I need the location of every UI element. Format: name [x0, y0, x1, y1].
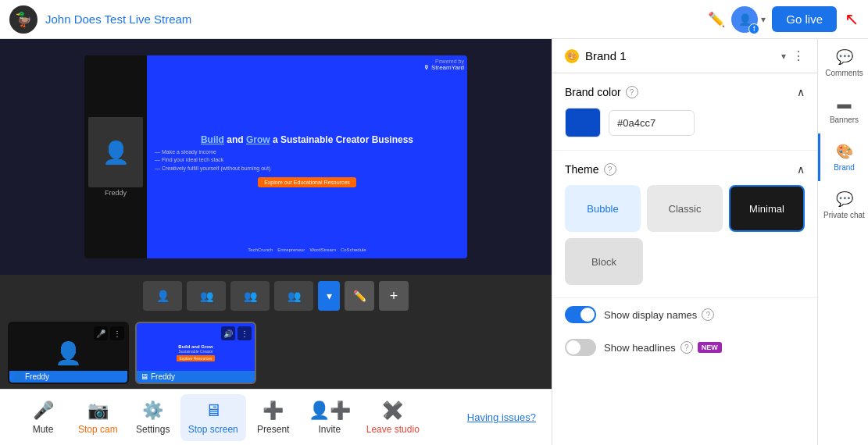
cam-thumbnail-label: 👤 Freddy — [9, 371, 127, 383]
slide-logos: TechCrunchEntrepreneurWordStreamCoSchedu… — [248, 247, 366, 252]
theme-minimal-button[interactable]: Minimal — [729, 185, 805, 232]
mute-label: Mute — [33, 424, 54, 435]
color-hex-input[interactable] — [609, 110, 695, 136]
preview-slide: Powered by 🎙StreamYard Build and Grow a … — [147, 55, 467, 258]
mute-button[interactable]: 🎤 Mute — [16, 394, 70, 441]
present-button[interactable]: ➕ Present — [246, 394, 301, 441]
settings-icon: ⚙️ — [142, 400, 163, 421]
show-display-names-label: Show display names ? — [604, 308, 714, 321]
invite-label: Invite — [318, 424, 341, 435]
help-icon[interactable]: ? — [702, 308, 714, 321]
center-area: 👤 Freddy Powered by 🎙StreamYard Build an… — [0, 39, 552, 445]
svg-text:🦆: 🦆 — [15, 11, 33, 28]
brand-menu-icon[interactable]: ⋮ — [792, 48, 805, 63]
show-headlines-label: Show headlines ? NEW — [604, 341, 722, 354]
theme-section: Theme ? ∧ Bubble Classic Minimal Block — [552, 151, 817, 298]
having-issues-link[interactable]: Having issues? — [467, 411, 536, 423]
show-headlines-toggle[interactable] — [565, 339, 596, 356]
help-icon[interactable]: ? — [626, 86, 638, 98]
brand-icon: 🎨 — [836, 143, 853, 160]
streamyard-logo: 🎙StreamYard — [423, 64, 464, 71]
header: 🦆 John Does Test Live Stream ✏️ 👤 f ▾ Go… — [0, 0, 868, 39]
go-live-button[interactable]: Go live — [772, 6, 837, 32]
screen-icon: 🖥 — [205, 400, 222, 421]
show-display-names-toggle[interactable] — [565, 306, 596, 323]
tab-comments[interactable]: 💬 Comments — [818, 39, 868, 87]
show-headlines-row: Show headlines ? NEW — [552, 331, 817, 364]
cam-face: 👤 — [88, 117, 143, 187]
chevron-down-icon: ▾ — [761, 14, 766, 25]
avatar: 👤 f — [731, 6, 758, 33]
theme-row2: Block — [565, 238, 805, 285]
person-icon: 👥 — [288, 290, 301, 302]
help-icon[interactable]: ? — [604, 163, 616, 176]
banners-icon: ▬ — [838, 96, 852, 112]
invite-button[interactable]: 👤➕ Invite — [301, 394, 359, 441]
more-options-icon[interactable]: ⋮ — [238, 326, 252, 340]
cam-sidebar-label: Freddy — [105, 189, 127, 197]
settings-button[interactable]: ⚙️ Settings — [126, 394, 180, 441]
screen-thumbnail-label: 🖥 Freddy — [137, 371, 255, 383]
help-icon[interactable]: ? — [680, 341, 693, 354]
comments-icon: 💬 — [836, 48, 853, 66]
powered-by: Powered by 🎙StreamYard — [423, 59, 464, 71]
app-logo: 🦆 — [9, 5, 38, 34]
stream-title: John Does Test Live Stream — [45, 12, 708, 26]
brand-color-header: Brand color ? ∧ — [565, 86, 805, 98]
theme-title: Theme ? — [565, 163, 616, 176]
more-options-icon[interactable]: ⋮ — [110, 326, 124, 340]
theme-grid: Bubble Classic Minimal — [565, 185, 805, 232]
brand-panel-title: Brand 1 — [585, 49, 775, 62]
screen-thumbnail-content: Build and Grow Sustainable Creator Explo… — [173, 341, 217, 365]
slot-4[interactable]: 👥 — [274, 281, 313, 311]
slot-2[interactable]: 👥 — [187, 281, 226, 311]
stop-screen-button[interactable]: 🖥 Stop screen — [180, 394, 246, 441]
present-icon: ➕ — [263, 400, 284, 421]
add-slot-button[interactable]: + — [379, 281, 409, 311]
facebook-badge: f — [748, 23, 759, 34]
slot-1[interactable]: 👤 — [143, 281, 182, 311]
theme-block-button[interactable]: Block — [565, 238, 643, 285]
settings-label: Settings — [136, 424, 170, 435]
stop-cam-button[interactable]: 📷 Stop cam — [70, 394, 126, 441]
preview-cam-sidebar: 👤 Freddy — [84, 55, 147, 258]
mic-icon[interactable]: 🎤 — [94, 326, 108, 340]
theme-header: Theme ? ∧ — [565, 163, 805, 176]
preview-area: 👤 Freddy Powered by 🎙StreamYard Build an… — [0, 39, 552, 275]
screen-thumbnail-controls: 🔊 ⋮ — [221, 326, 252, 340]
side-tabs: 💬 Comments ▬ Banners 🎨 Brand 💬 Private c… — [817, 39, 868, 445]
thumbnails-strip: 👤 🎤 ⋮ 👤 Freddy Build and Grow Sustainabl… — [0, 317, 552, 389]
brand-color-dot: 🎨 — [565, 49, 579, 63]
cam-thumbnail[interactable]: 👤 🎤 ⋮ 👤 Freddy — [8, 322, 129, 384]
invite-icon: 👤➕ — [309, 400, 351, 421]
person-icon: 👤 — [13, 372, 23, 381]
preview-content: 👤 Freddy Powered by 🎙StreamYard Build an… — [84, 55, 467, 258]
tab-brand[interactable]: 🎨 Brand — [818, 134, 868, 181]
color-row — [565, 108, 805, 137]
brand-panel-header: 🎨 Brand 1 ▾ ⋮ — [552, 39, 817, 73]
edit-layout-button[interactable]: ✏️ — [345, 281, 374, 311]
collapse-icon[interactable]: ∧ — [797, 86, 805, 98]
more-slots-button[interactable]: ▾ — [318, 281, 340, 311]
private-chat-icon: 💬 — [836, 190, 853, 208]
leave-studio-button[interactable]: ✖️ Leave studio — [359, 394, 427, 441]
slot-3[interactable]: 👥 — [230, 281, 270, 311]
leave-label: Leave studio — [366, 424, 420, 435]
volume-icon[interactable]: 🔊 — [221, 326, 235, 340]
brand-color-title: Brand color ? — [565, 86, 638, 98]
screen-thumbnail[interactable]: Build and Grow Sustainable Creator Explo… — [135, 322, 256, 384]
main-area: 👤 Freddy Powered by 🎙StreamYard Build an… — [0, 39, 868, 445]
avatar-button[interactable]: 👤 f ▾ — [731, 6, 766, 33]
tab-private-chat[interactable]: 💬 Private chat — [818, 181, 868, 229]
tab-banners[interactable]: ▬ Banners — [818, 87, 868, 134]
theme-bubble-button[interactable]: Bubble — [565, 185, 641, 232]
collapse-icon[interactable]: ∧ — [797, 163, 805, 176]
color-swatch[interactable] — [565, 108, 601, 137]
right-panel-wrap: 🎨 Brand 1 ▾ ⋮ Brand color ? ∧ — [552, 39, 868, 445]
person-icon: 👥 — [244, 290, 257, 302]
header-actions: ✏️ 👤 f ▾ Go live ↖ — [708, 6, 859, 33]
theme-classic-button[interactable]: Classic — [647, 185, 723, 232]
brand-chevron-icon[interactable]: ▾ — [781, 51, 786, 62]
edit-icon[interactable]: ✏️ — [708, 11, 725, 28]
cam-thumbnail-avatar: 👤 — [55, 340, 82, 366]
